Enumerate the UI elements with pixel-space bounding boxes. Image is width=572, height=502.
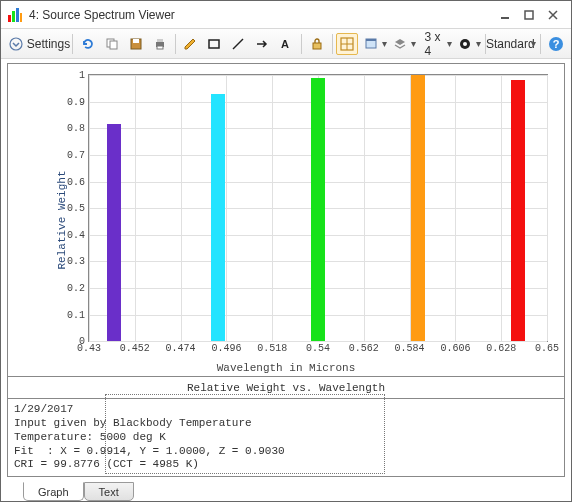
x-axis-label: Wavelength in Microns: [8, 362, 564, 374]
plot-frame: Relative Weight 00.10.20.30.40.50.60.70.…: [7, 63, 565, 377]
arrow-icon[interactable]: [251, 33, 273, 55]
maximize-button[interactable]: [517, 5, 541, 25]
bar-cyan: [211, 94, 225, 342]
app-icon: [7, 7, 23, 23]
title-bar: 4: Source Spectrum Viewer: [1, 1, 571, 29]
svg-rect-12: [157, 39, 163, 42]
separator: [540, 34, 541, 54]
y-tick: 0.7: [55, 149, 89, 160]
window-icon[interactable]: [360, 33, 382, 55]
tab-bar: Graph Text: [7, 477, 565, 501]
pencil-icon[interactable]: [179, 33, 201, 55]
y-tick: 0.2: [55, 283, 89, 294]
svg-rect-1: [12, 11, 15, 22]
y-tick: 0.5: [55, 203, 89, 214]
info-line: 1/29/2017: [14, 403, 73, 415]
y-tick: 0.1: [55, 309, 89, 320]
target-icon[interactable]: [454, 33, 476, 55]
svg-point-6: [10, 38, 22, 50]
separator: [175, 34, 176, 54]
svg-rect-0: [8, 15, 11, 22]
line-icon[interactable]: [227, 33, 249, 55]
tab-graph[interactable]: Graph: [23, 482, 84, 501]
x-tick: 0.496: [211, 341, 241, 354]
info-line: CRI = 99.8776 (CCT = 4985 K): [14, 458, 199, 470]
lock-icon[interactable]: [306, 33, 328, 55]
svg-rect-10: [133, 39, 139, 43]
info-line: Fit : X = 0.9914, Y = 1.0000, Z = 0.9030: [14, 445, 285, 457]
toolbar: Settings A ▾ ▾ 3 x 4 ▾ ▾: [1, 29, 571, 59]
svg-point-23: [463, 42, 467, 46]
svg-rect-4: [501, 17, 509, 19]
settings-button[interactable]: Settings: [29, 33, 68, 55]
expand-icon[interactable]: [5, 33, 27, 55]
separator: [72, 34, 73, 54]
help-icon[interactable]: ?: [545, 33, 567, 55]
chart: Relative Weight 00.10.20.30.40.50.60.70.…: [8, 64, 564, 376]
save-icon[interactable]: [125, 33, 147, 55]
window-title: 4: Source Spectrum Viewer: [29, 8, 493, 22]
x-tick: 0.518: [257, 341, 287, 354]
refresh-icon[interactable]: [77, 33, 99, 55]
y-tick: 0.8: [55, 123, 89, 134]
text-icon[interactable]: A: [275, 33, 297, 55]
print-icon[interactable]: [149, 33, 171, 55]
dropdown-icon[interactable]: ▾: [382, 38, 387, 49]
x-tick: 0.65: [535, 341, 559, 354]
y-tick: 0.4: [55, 229, 89, 240]
svg-text:?: ?: [553, 38, 560, 50]
y-tick: 1: [55, 70, 89, 81]
y-tick: 0.3: [55, 256, 89, 267]
y-tick: 0.9: [55, 96, 89, 107]
x-tick: 0.584: [395, 341, 425, 354]
content-area: Relative Weight 00.10.20.30.40.50.60.70.…: [1, 59, 571, 501]
info-line: Temperature: 5000 deg K: [14, 431, 166, 443]
dropdown-icon[interactable]: ▾: [447, 38, 452, 49]
x-tick: 0.562: [349, 341, 379, 354]
dropdown-icon[interactable]: ▾: [411, 38, 416, 49]
info-line: Input given by Blackbody Temperature: [14, 417, 252, 429]
layers-icon[interactable]: [389, 33, 411, 55]
x-tick: 0.54: [306, 341, 330, 354]
plot-area[interactable]: 00.10.20.30.40.50.60.70.80.910.430.4520.…: [88, 74, 548, 342]
layout-icon[interactable]: [336, 33, 358, 55]
svg-text:A: A: [281, 38, 289, 50]
x-tick: 0.43: [77, 341, 101, 354]
separator: [301, 34, 302, 54]
separator: [332, 34, 333, 54]
chart-subtitle: Relative Weight vs. Wavelength: [187, 382, 385, 394]
rect-icon[interactable]: [203, 33, 225, 55]
dropdown-icon[interactable]: ▾: [531, 38, 536, 49]
bar-orange: [411, 75, 425, 341]
minimize-button[interactable]: [493, 5, 517, 25]
svg-rect-2: [16, 8, 19, 22]
svg-rect-5: [525, 11, 533, 19]
svg-rect-14: [209, 40, 219, 48]
svg-rect-21: [366, 39, 376, 41]
close-button[interactable]: [541, 5, 565, 25]
x-tick: 0.606: [440, 341, 470, 354]
bar-red: [511, 80, 525, 341]
copy-icon[interactable]: [101, 33, 123, 55]
svg-rect-16: [313, 43, 321, 49]
svg-rect-8: [110, 41, 117, 49]
x-tick: 0.628: [486, 341, 516, 354]
bar-green: [311, 78, 325, 342]
dropdown-icon[interactable]: ▾: [476, 38, 481, 49]
y-tick: 0.6: [55, 176, 89, 187]
style-button[interactable]: Standard: [489, 33, 531, 55]
svg-rect-13: [157, 46, 163, 49]
chart-subtitle-band: Relative Weight vs. Wavelength: [7, 377, 565, 399]
x-tick: 0.452: [120, 341, 150, 354]
svg-rect-3: [20, 13, 22, 22]
bar-purple: [107, 124, 121, 341]
info-panel: 1/29/2017 Input given by Blackbody Tempe…: [7, 399, 565, 477]
x-tick: 0.474: [166, 341, 196, 354]
grid-size-button[interactable]: 3 x 4: [418, 33, 446, 55]
tab-text[interactable]: Text: [84, 482, 134, 501]
